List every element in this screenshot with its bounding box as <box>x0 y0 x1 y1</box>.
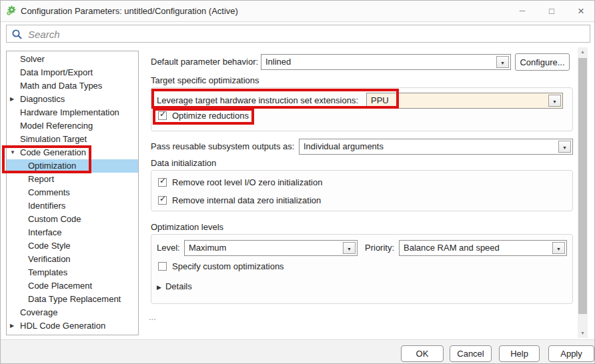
sidebar-item-data-type-replacement[interactable]: Data Type Replacement <box>7 293 138 306</box>
sidebar-item-data-import-export[interactable]: Data Import/Export <box>7 66 138 79</box>
details-label: Details <box>165 281 192 291</box>
select-value: Inlined <box>265 55 494 69</box>
maximize-button[interactable]: □ <box>542 1 561 21</box>
select-value: Individual arguments <box>304 139 556 154</box>
search-bar <box>6 25 590 43</box>
sidebar-item-label: Templates <box>28 267 67 277</box>
data-initialization-title: Data initialization <box>151 157 216 170</box>
select-value: Balance RAM and speed <box>404 241 550 255</box>
remove-root-io-checkbox[interactable]: ✓ <box>158 178 167 187</box>
sidebar-item-label: Hardware Implementation <box>20 107 119 117</box>
default-parameter-behavior-label: Default parameter behavior: <box>151 54 258 70</box>
ok-button[interactable]: OK <box>401 345 444 362</box>
select-value: PPU <box>371 93 546 108</box>
title-bar: Configuration Parameters: untitled/Confi… <box>1 1 594 22</box>
chevron-down-icon[interactable]: ▼ <box>558 141 571 153</box>
close-button[interactable]: × <box>572 1 590 21</box>
gear-icon <box>6 5 17 16</box>
sidebar-item-label: Custom Code <box>28 214 81 224</box>
details-expander[interactable]: ▶Details <box>157 280 192 294</box>
sidebar-item-custom-code[interactable]: Custom Code <box>7 213 138 226</box>
sidebar-item-diagnostics[interactable]: ▶Diagnostics <box>7 93 138 106</box>
sidebar-item-templates[interactable]: Templates <box>7 266 138 279</box>
search-icon <box>11 29 23 40</box>
scroll-up-icon[interactable]: ▲ <box>578 47 588 57</box>
priority-select[interactable]: Balance RAM and speed ▼ <box>399 240 567 256</box>
remove-internal-data-label[interactable]: Remove internal data zero initialization <box>172 193 321 209</box>
chevron-down-icon[interactable]: ▼ <box>548 95 561 107</box>
specify-custom-optimizations-label[interactable]: Specify custom optimizations <box>172 259 284 275</box>
sidebar-item-label: Interface <box>28 227 62 237</box>
help-button[interactable]: Help <box>499 345 540 362</box>
sidebar-item-solver[interactable]: Solver <box>7 53 138 66</box>
sidebar-item-label: Math and Data Types <box>20 81 102 91</box>
sidebar-item-code-generation[interactable]: ▼Code Generation <box>7 146 138 159</box>
optimization-levels-title: Optimization levels <box>151 221 223 234</box>
sidebar-item-report[interactable]: Report <box>7 173 138 186</box>
sidebar-item-math-and-data-types[interactable]: Math and Data Types <box>7 79 138 93</box>
sidebar-item-hdl-code-generation[interactable]: ▶HDL Code Generation <box>7 319 138 333</box>
sidebar-item-verification[interactable]: Verification <box>7 253 138 266</box>
configure-button[interactable]: Configure... <box>515 53 570 71</box>
minimize-button[interactable]: ─ <box>513 1 532 21</box>
window-title: Configuration Parameters: untitled/Confi… <box>21 1 238 21</box>
chevron-down-icon[interactable]: ▼ <box>552 242 565 254</box>
sidebar-item-label: Model Referencing <box>20 121 93 131</box>
chevron-right-icon[interactable]: ▶ <box>10 93 18 106</box>
optimize-reductions-checkbox[interactable]: ✓ <box>158 111 167 120</box>
default-parameter-behavior-select[interactable]: Inlined ▼ <box>261 54 511 70</box>
sidebar-item-label: Simulation Target <box>20 134 87 144</box>
level-select[interactable]: Maximum ▼ <box>184 240 358 256</box>
cancel-button[interactable]: Cancel <box>450 345 492 362</box>
chevron-down-icon[interactable]: ▼ <box>496 56 509 68</box>
apply-button[interactable]: Apply <box>548 345 594 362</box>
vertical-scrollbar[interactable]: ▲ ▼ <box>578 47 588 338</box>
check-icon: ✓ <box>159 109 166 119</box>
sidebar-item-label: Code Style <box>28 241 71 251</box>
sidebar-item-coverage[interactable]: Coverage <box>7 306 138 319</box>
check-icon: ✓ <box>159 176 166 185</box>
sidebar-item-simulation-target[interactable]: Simulation Target <box>7 133 138 146</box>
pass-reusable-select[interactable]: Individual arguments ▼ <box>299 139 573 155</box>
chevron-right-icon: ▶ <box>157 284 161 291</box>
scroll-down-icon[interactable]: ▼ <box>578 329 588 338</box>
search-input[interactable] <box>27 26 583 43</box>
ellipsis-text: ... <box>149 313 156 322</box>
sidebar-item-comments[interactable]: Comments <box>7 186 138 199</box>
select-value: Maximum <box>189 241 341 255</box>
sidebar-item-model-referencing[interactable]: Model Referencing <box>7 119 138 133</box>
specify-custom-optimizations-checkbox[interactable] <box>158 262 167 271</box>
target-specific-title: Target specific optimizations <box>151 74 259 87</box>
sidebar-item-label: Comments <box>28 187 70 197</box>
pass-reusable-label: Pass reusable subsystem outputs as: <box>151 139 294 155</box>
sidebar-item-label: Data Import/Export <box>20 67 93 77</box>
remove-internal-data-checkbox[interactable]: ✓ <box>158 196 167 205</box>
sidebar-item-identifiers[interactable]: Identifiers <box>7 199 138 213</box>
level-label: Level: <box>157 240 180 256</box>
sidebar-item-label: Optimization <box>28 161 76 171</box>
configuration-parameters-dialog: Configuration Parameters: untitled/Confi… <box>0 0 595 364</box>
chevron-right-icon[interactable]: ▶ <box>10 319 18 333</box>
sidebar-item-optimization[interactable]: Optimization <box>7 159 138 173</box>
dropdown-arrow-glyph: ▼ <box>562 145 567 150</box>
scrollbar-thumb[interactable] <box>578 58 587 314</box>
sidebar-item-label: Code Placement <box>28 281 92 291</box>
chevron-down-icon[interactable]: ▼ <box>10 146 18 159</box>
remove-root-io-label[interactable]: Remove root level I/O zero initializatio… <box>172 175 322 191</box>
sidebar-item-label: Identifiers <box>28 201 65 211</box>
sidebar-item-hardware-implementation[interactable]: Hardware Implementation <box>7 106 138 119</box>
check-icon: ✓ <box>159 194 166 203</box>
sidebar-item-code-placement[interactable]: Code Placement <box>7 279 138 293</box>
sidebar-item-interface[interactable]: Interface <box>7 226 138 239</box>
priority-label: Priority: <box>365 240 394 256</box>
sidebar-item-label: Coverage <box>20 307 57 317</box>
sidebar-item-label: Solver <box>20 54 45 64</box>
chevron-down-icon[interactable]: ▼ <box>343 242 356 254</box>
leverage-select[interactable]: PPU ▼ <box>366 93 563 109</box>
sidebar-item-code-style[interactable]: Code Style <box>7 239 138 253</box>
sidebar-item-label: Report <box>28 174 54 184</box>
sidebar-item-label: Data Type Replacement <box>28 294 121 304</box>
dropdown-arrow-glyph: ▼ <box>347 247 352 251</box>
sidebar-item-label: HDL Code Generation <box>20 321 105 331</box>
optimize-reductions-label[interactable]: Optimize reductions <box>172 108 249 124</box>
